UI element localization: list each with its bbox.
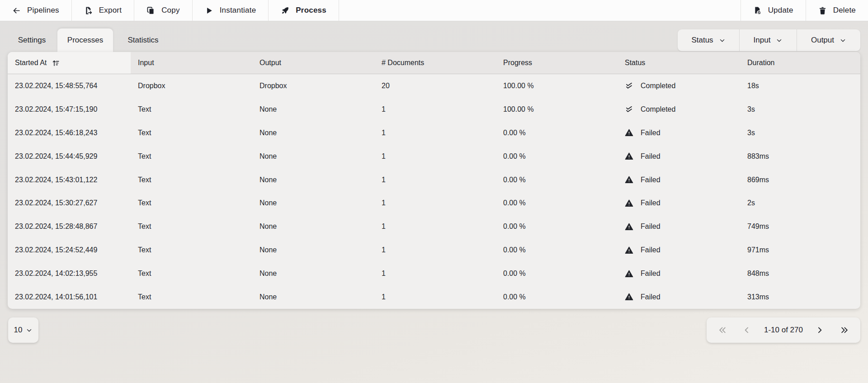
- column-header-output[interactable]: Output: [252, 52, 374, 74]
- tab-processes[interactable]: Processes: [57, 28, 113, 52]
- double-check-icon: [625, 105, 633, 113]
- column-header-documents[interactable]: # Documents: [374, 52, 496, 74]
- cell-output: None: [252, 246, 374, 254]
- table-row[interactable]: 23.02.2024, 15:46:18,243 Text None 1 0.0…: [8, 121, 860, 145]
- column-header-started-at[interactable]: Started At: [8, 52, 131, 74]
- cell-started-at: 23.02.2024, 15:48:55,764: [8, 82, 131, 90]
- cell-duration: 18s: [740, 82, 860, 90]
- cell-progress: 0.00 %: [496, 129, 618, 137]
- export-button[interactable]: Export: [72, 0, 134, 21]
- table-row[interactable]: 23.02.2024, 14:01:56,101 Text None 1 0.0…: [8, 285, 860, 309]
- cell-started-at: 23.02.2024, 15:47:15,190: [8, 105, 131, 113]
- cell-progress: 0.00 %: [496, 270, 618, 278]
- cell-started-at: 23.02.2024, 15:46:18,243: [8, 129, 131, 137]
- tab-statistics[interactable]: Statistics: [113, 28, 173, 52]
- page-size-selector[interactable]: 10: [8, 317, 38, 343]
- status-label: Failed: [641, 176, 660, 184]
- export-button-label: Export: [99, 6, 122, 15]
- table-row[interactable]: 23.02.2024, 15:47:15,190 Text None 1 100…: [8, 98, 860, 121]
- cell-progress: 0.00 %: [496, 176, 618, 184]
- table-row[interactable]: 23.02.2024, 15:24:52,449 Text None 1 0.0…: [8, 238, 860, 262]
- table-row[interactable]: 23.02.2024, 15:48:55,764 Dropbox Dropbox…: [8, 74, 860, 98]
- tab-settings[interactable]: Settings: [6, 28, 57, 52]
- table-row[interactable]: 23.02.2024, 15:43:01,122 Text None 1 0.0…: [8, 168, 860, 192]
- cell-progress: 0.00 %: [496, 293, 618, 301]
- cell-status: Failed: [618, 175, 740, 184]
- next-page-button[interactable]: [812, 322, 827, 338]
- cell-status: Completed: [618, 81, 740, 90]
- delete-button-label: Delete: [833, 6, 856, 15]
- cell-progress: 0.00 %: [496, 222, 618, 231]
- last-page-button[interactable]: [837, 322, 852, 338]
- status-label: Failed: [641, 129, 660, 137]
- instantiate-button[interactable]: Instantiate: [193, 0, 269, 21]
- cell-documents: 1: [374, 152, 496, 161]
- cell-output: None: [252, 222, 374, 231]
- chevron-left-icon: [742, 326, 751, 335]
- instantiate-button-label: Instantiate: [220, 6, 256, 15]
- cell-output: None: [252, 176, 374, 184]
- table-row[interactable]: 23.02.2024, 15:30:27,627 Text None 1 0.0…: [8, 191, 860, 215]
- process-button[interactable]: Process: [269, 0, 339, 21]
- status-filter-dropdown[interactable]: Status: [678, 29, 739, 51]
- cell-documents: 1: [374, 176, 496, 184]
- column-header-duration-label: Duration: [747, 59, 774, 67]
- warning-icon: [625, 222, 633, 231]
- cell-documents: 1: [374, 222, 496, 231]
- cell-duration: 869ms: [740, 176, 860, 184]
- cell-output: None: [252, 129, 374, 137]
- table-row[interactable]: 23.02.2024, 15:44:45,929 Text None 1 0.0…: [8, 145, 860, 168]
- tab-statistics-label: Statistics: [127, 36, 158, 45]
- table-row[interactable]: 23.02.2024, 15:28:48,867 Text None 1 0.0…: [8, 215, 860, 238]
- cell-documents: 1: [374, 246, 496, 254]
- copy-icon: [146, 6, 155, 15]
- cell-started-at: 23.02.2024, 15:44:45,929: [8, 152, 131, 161]
- copy-button[interactable]: Copy: [134, 0, 193, 21]
- output-filter-dropdown[interactable]: Output: [797, 29, 860, 51]
- status-label: Failed: [641, 199, 660, 207]
- status-label: Completed: [641, 82, 675, 90]
- chevron-down-icon: [26, 327, 33, 334]
- filter-group: Status Input Output: [678, 29, 860, 51]
- column-header-input[interactable]: Input: [131, 52, 252, 74]
- cell-status: Failed: [618, 222, 740, 231]
- pipelines-button-label: Pipelines: [27, 6, 59, 15]
- cell-status: Failed: [618, 270, 740, 278]
- cell-duration: 883ms: [740, 152, 860, 161]
- double-chevron-left-icon: [718, 326, 727, 335]
- toolbar-left-group: Pipelines Export Copy Instantiate Proces…: [0, 0, 339, 21]
- column-header-documents-label: # Documents: [382, 59, 424, 67]
- warning-icon: [625, 246, 633, 255]
- delete-button[interactable]: Delete: [806, 0, 868, 21]
- cell-status: Failed: [618, 199, 740, 208]
- chevron-down-icon: [776, 37, 783, 44]
- column-header-status[interactable]: Status: [618, 52, 740, 74]
- table-row[interactable]: 23.02.2024, 14:02:13,955 Text None 1 0.0…: [8, 262, 860, 285]
- output-filter-label: Output: [811, 36, 834, 45]
- cell-output: None: [252, 199, 374, 207]
- double-chevron-right-icon: [840, 326, 849, 335]
- tab-settings-label: Settings: [18, 36, 46, 45]
- previous-page-button[interactable]: [739, 322, 755, 338]
- top-toolbar: Pipelines Export Copy Instantiate Proces…: [0, 0, 868, 21]
- trash-icon: [818, 6, 827, 15]
- cell-status: Completed: [618, 105, 740, 113]
- cell-documents: 1: [374, 270, 496, 278]
- cell-output: None: [252, 293, 374, 301]
- status-label: Failed: [641, 270, 660, 278]
- warning-icon: [625, 270, 633, 278]
- pipelines-back-button[interactable]: Pipelines: [0, 0, 72, 21]
- column-header-status-label: Status: [625, 59, 645, 67]
- column-header-progress[interactable]: Progress: [496, 52, 618, 74]
- cell-duration: 848ms: [740, 270, 860, 278]
- warning-icon: [625, 293, 633, 301]
- input-filter-dropdown[interactable]: Input: [739, 29, 797, 51]
- column-header-duration[interactable]: Duration: [740, 52, 860, 74]
- cell-status: Failed: [618, 152, 740, 161]
- status-label: Failed: [641, 246, 660, 254]
- cell-duration: 2s: [740, 199, 860, 207]
- update-button[interactable]: Update: [741, 0, 806, 21]
- warning-icon: [625, 152, 633, 161]
- first-page-button[interactable]: [715, 322, 730, 338]
- export-icon: [84, 6, 93, 15]
